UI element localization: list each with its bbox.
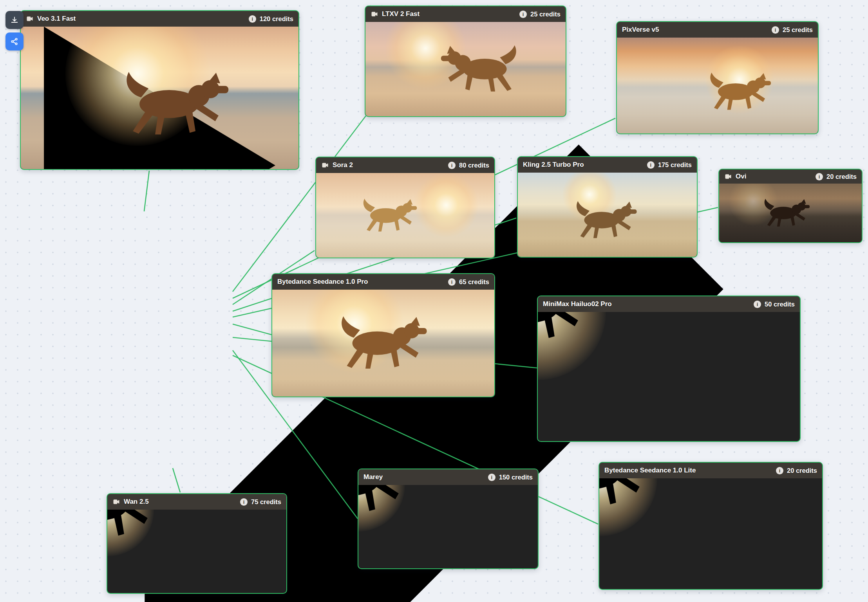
video-preview[interactable] <box>617 38 818 133</box>
camera-icon <box>321 161 329 169</box>
video-preview[interactable] <box>316 173 494 258</box>
card-credits: 25 credits <box>530 11 561 18</box>
card-title: Marey <box>363 473 485 481</box>
info-icon[interactable]: i <box>249 15 256 23</box>
card-title: Sora 2 <box>333 161 445 169</box>
card-header: Bytedance Seedance 1.0 Pro i 65 credits <box>272 274 494 290</box>
card-credits: 20 credits <box>787 467 817 474</box>
video-node-pixverse-v5[interactable]: PixVerse v5 i 25 credits <box>616 21 819 134</box>
share-button[interactable] <box>5 32 24 50</box>
dog-silhouette <box>758 198 817 231</box>
dog-silhouette <box>538 312 597 350</box>
info-icon[interactable]: i <box>772 26 779 34</box>
video-node-sora-2[interactable]: Sora 2 i 80 credits <box>315 157 495 258</box>
video-node-wan-2-5[interactable]: Wan 2.5 i 75 credits <box>107 493 287 594</box>
camera-icon <box>371 10 378 18</box>
card-title: Wan 2.5 <box>124 498 237 506</box>
card-credits: 150 credits <box>499 474 533 481</box>
video-preview[interactable]: 0:02 / 0:08 <box>21 27 298 169</box>
card-credits: 80 credits <box>459 162 489 169</box>
video-node-kling-2-5-turbo-pro[interactable]: Kling 2.5 Turbo Pro i 175 credits <box>517 156 698 258</box>
card-credits: 75 credits <box>251 498 281 506</box>
dog-silhouette <box>107 510 166 548</box>
dog-silhouette <box>121 69 237 143</box>
info-icon[interactable]: i <box>448 278 456 286</box>
sun-glow <box>414 173 478 237</box>
card-credits: 175 credits <box>658 161 692 169</box>
card-title: LTXV 2 Fast <box>382 10 516 18</box>
card-header: Bytedance Seedance 1.0 Lite i 20 credits <box>599 463 822 478</box>
card-title: PixVerse v5 <box>622 26 768 34</box>
video-preview[interactable] <box>272 290 494 397</box>
video-node-ovi[interactable]: Ovi i 20 credits <box>718 169 863 243</box>
video-preview[interactable] <box>358 485 538 568</box>
card-title: MiniMax Hailuo02 Pro <box>543 300 750 308</box>
canvas-toolbar <box>5 11 24 50</box>
video-node-ltxv-2-fast[interactable]: LTXV 2 Fast i 25 credits <box>365 5 566 117</box>
card-header: Sora 2 i 80 credits <box>316 157 494 173</box>
video-preview[interactable] <box>719 184 862 242</box>
video-preview[interactable] <box>599 478 822 589</box>
dog-silhouette <box>571 200 643 243</box>
card-title: Bytedance Seedance 1.0 Pro <box>277 278 445 286</box>
camera-icon <box>724 173 732 180</box>
camera-icon <box>112 498 120 506</box>
card-credits: 20 credits <box>826 173 857 180</box>
info-icon[interactable]: i <box>816 173 823 180</box>
card-header: Veo 3.1 Fast i 120 credits <box>21 11 298 27</box>
card-credits: 50 credits <box>765 301 795 308</box>
card-header: LTXV 2 Fast i 25 credits <box>365 6 566 22</box>
info-icon[interactable]: i <box>647 161 655 169</box>
card-title: Ovi <box>736 173 812 180</box>
video-node-seedance-1-0-pro[interactable]: Bytedance Seedance 1.0 Pro i 65 credits <box>271 273 495 397</box>
card-credits: 120 credits <box>260 15 293 23</box>
share-icon <box>10 37 19 46</box>
video-node-seedance-1-0-lite[interactable]: Bytedance Seedance 1.0 Lite i 20 credits <box>599 462 823 590</box>
video-node-marey[interactable]: Marey i 150 credits <box>358 469 539 569</box>
video-preview[interactable] <box>518 173 697 257</box>
video-preview[interactable] <box>107 510 286 593</box>
video-preview[interactable] <box>538 312 800 441</box>
card-header: Wan 2.5 i 75 credits <box>107 494 286 510</box>
download-button[interactable] <box>5 11 24 29</box>
card-title: Veo 3.1 Fast <box>37 15 245 23</box>
info-icon[interactable]: i <box>776 467 783 474</box>
card-title: Kling 2.5 Turbo Pro <box>523 161 644 169</box>
card-header: MiniMax Hailuo02 Pro i 50 credits <box>538 296 800 312</box>
card-title: Bytedance Seedance 1.0 Lite <box>604 467 772 474</box>
video-node-minimax-hailuo02-pro[interactable]: MiniMax Hailuo02 Pro i 50 credits <box>537 296 801 442</box>
download-icon <box>10 16 19 24</box>
info-icon[interactable]: i <box>448 162 456 169</box>
video-node-veo-3-1-fast[interactable]: Veo 3.1 Fast i 120 credits 0:02 / 0:08 <box>20 10 299 170</box>
card-header: PixVerse v5 i 25 credits <box>617 22 818 38</box>
dog-silhouette <box>358 485 417 523</box>
node-canvas[interactable]: Veo 3.1 Fast i 120 credits 0:02 / 0:08 <box>0 0 868 602</box>
info-icon[interactable]: i <box>754 301 761 308</box>
card-header: Marey i 150 credits <box>358 469 538 485</box>
dog-silhouette <box>434 43 522 98</box>
dog-silhouette <box>361 196 421 238</box>
info-icon[interactable]: i <box>519 11 527 18</box>
card-credits: 65 credits <box>459 278 489 286</box>
card-header: Kling 2.5 Turbo Pro i 175 credits <box>518 157 697 173</box>
camera-icon <box>26 15 34 23</box>
dog-silhouette <box>332 314 439 376</box>
card-credits: 25 credits <box>783 26 813 34</box>
card-header: Ovi i 20 credits <box>719 169 862 184</box>
dog-silhouette <box>599 478 658 517</box>
video-preview[interactable] <box>365 22 566 116</box>
info-icon[interactable]: i <box>488 474 495 481</box>
info-icon[interactable]: i <box>240 498 248 506</box>
dog-silhouette <box>705 71 778 115</box>
